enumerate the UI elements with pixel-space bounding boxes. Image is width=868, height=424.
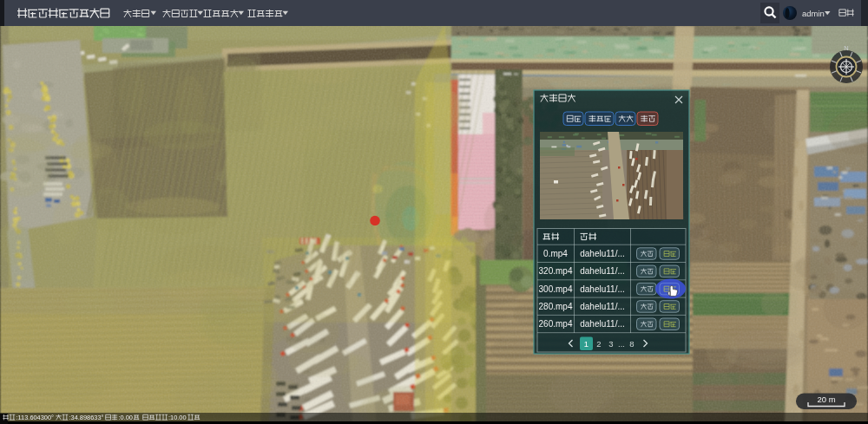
svg-text::10.00: :10.00 [168, 414, 187, 421]
svg-text:admin: admin [802, 9, 825, 18]
svg-text::0.00: :0.00 [119, 414, 133, 421]
svg-text:280.mp4: 280.mp4 [539, 302, 573, 311]
svg-text:2: 2 [596, 339, 601, 349]
svg-text:260.mp4: 260.mp4 [539, 319, 573, 329]
svg-text:dahelu11/...: dahelu11/... [580, 266, 625, 276]
svg-text:dahelu11/...: dahelu11/... [580, 302, 625, 311]
svg-text:8: 8 [629, 339, 634, 349]
svg-text:dahelu11/...: dahelu11/... [580, 319, 625, 329]
svg-text::113.604300°: :113.604300° [16, 414, 55, 421]
svg-text:300.mp4: 300.mp4 [539, 284, 573, 294]
svg-text:...: ... [618, 339, 625, 349]
svg-text:320.mp4: 320.mp4 [539, 266, 573, 276]
svg-text::34.898633°: :34.898633° [69, 414, 104, 421]
svg-text:3: 3 [608, 339, 613, 349]
svg-text:1: 1 [584, 339, 589, 349]
svg-text:dahelu11/...: dahelu11/... [580, 249, 625, 258]
svg-text:dahelu11/...: dahelu11/... [580, 284, 625, 294]
svg-text:20 m: 20 m [817, 395, 835, 404]
svg-text:0.mp4: 0.mp4 [543, 249, 568, 258]
